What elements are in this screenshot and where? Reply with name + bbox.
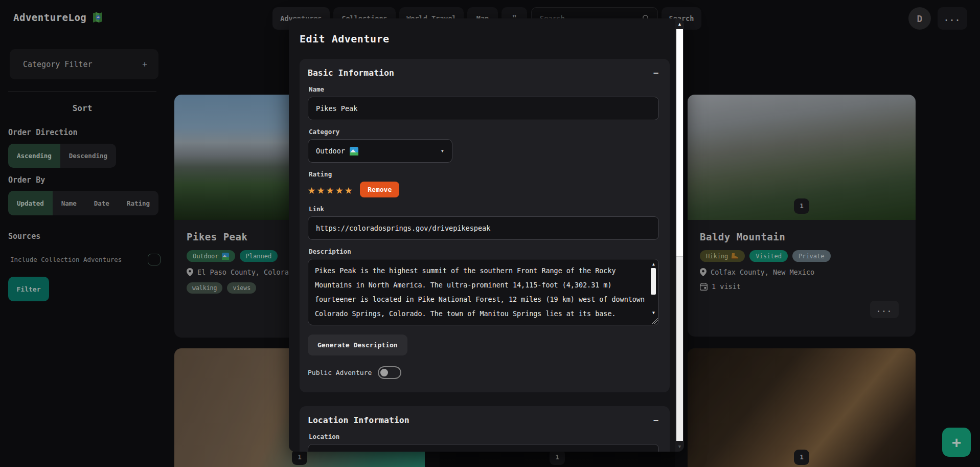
modal-scrollbar[interactable] bbox=[675, 18, 684, 452]
link-label: Link bbox=[309, 205, 660, 213]
link-input[interactable] bbox=[308, 216, 659, 240]
basic-information-header: Basic Information − bbox=[308, 68, 662, 78]
star-rating[interactable]: ★★★★★ bbox=[308, 183, 354, 196]
location-information-section: Location Information − Location bbox=[300, 406, 670, 452]
remove-rating-button[interactable]: Remove bbox=[360, 182, 399, 197]
toggle-knob bbox=[380, 369, 388, 376]
scrollbar-thumb[interactable] bbox=[676, 29, 683, 257]
rating-row: ★★★★★ Remove bbox=[308, 182, 662, 197]
chevron-down-icon bbox=[441, 147, 444, 154]
description-textarea[interactable]: Pikes Peak is the highest summit of the … bbox=[308, 259, 659, 325]
generate-description-button[interactable]: Generate Description bbox=[308, 335, 407, 355]
location-information-header: Location Information − bbox=[308, 415, 662, 425]
category-select-value: Outdoor bbox=[316, 147, 345, 155]
description-scrollbar[interactable] bbox=[650, 261, 657, 323]
scroll-down-icon[interactable] bbox=[651, 310, 656, 315]
public-adventure-row: Public Adventure bbox=[308, 366, 662, 379]
category-select[interactable]: Outdoor bbox=[308, 139, 452, 163]
category-label: Category bbox=[309, 128, 660, 136]
collapse-basic-button[interactable]: − bbox=[650, 68, 662, 78]
scroll-down-icon[interactable] bbox=[675, 444, 684, 449]
basic-information-title: Basic Information bbox=[308, 68, 394, 78]
basic-information-section: Basic Information − Name Category Outdoo… bbox=[300, 59, 670, 392]
public-adventure-label: Public Adventure bbox=[308, 369, 372, 376]
rating-label: Rating bbox=[309, 170, 660, 178]
modal-title: Edit Adventure bbox=[300, 33, 670, 45]
description-label: Description bbox=[309, 248, 660, 255]
description-text: Pikes Peak is the highest summit of the … bbox=[315, 264, 645, 321]
location-information-title: Location Information bbox=[308, 415, 409, 425]
collapse-location-button[interactable]: − bbox=[650, 415, 662, 425]
scroll-up-icon[interactable] bbox=[675, 21, 684, 27]
national-park-icon bbox=[350, 147, 358, 155]
edit-adventure-modal: Edit Adventure Basic Information − Name … bbox=[289, 18, 684, 452]
scroll-up-icon[interactable] bbox=[651, 262, 656, 266]
location-input[interactable] bbox=[308, 444, 659, 452]
location-label: Location bbox=[309, 433, 660, 440]
public-adventure-toggle[interactable] bbox=[378, 366, 401, 379]
name-label: Name bbox=[309, 85, 660, 93]
name-input[interactable] bbox=[308, 97, 659, 120]
app-root: AdventureLog Adventures Collections Worl… bbox=[0, 0, 980, 467]
scrollbar-thumb[interactable] bbox=[651, 268, 656, 295]
resize-grip-icon[interactable] bbox=[651, 318, 658, 324]
